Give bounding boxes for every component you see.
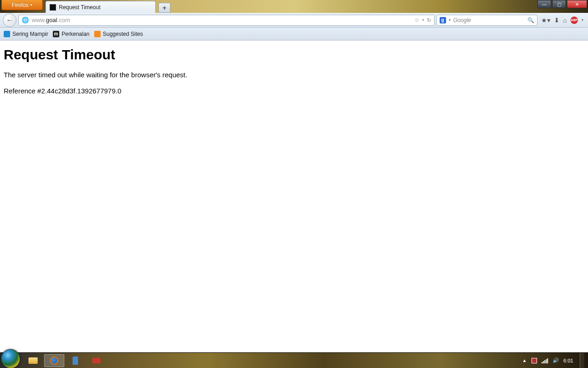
browser-tab[interactable]: Request Timeout bbox=[45, 1, 156, 13]
url-actions: ☆ ▾ ↻ bbox=[414, 17, 431, 23]
volume-icon[interactable]: 🔊 bbox=[553, 357, 559, 363]
firefox-menu-label: Firefox bbox=[12, 2, 29, 8]
close-button[interactable]: ✕ bbox=[567, 0, 587, 8]
firefox-icon bbox=[50, 356, 58, 365]
adblock-icon[interactable]: ABP bbox=[571, 17, 578, 24]
search-engine-dropdown-icon[interactable]: ▾ bbox=[449, 18, 451, 22]
window-controls: — ▢ ✕ bbox=[537, 0, 587, 8]
navigation-toolbar: ← 🌐 www.goal.com ☆ ▾ ↻ g ▾ Google 🔍 ★▾ ⬇… bbox=[0, 13, 588, 28]
reload-icon[interactable]: ↻ bbox=[427, 17, 431, 23]
tab-favicon bbox=[50, 4, 56, 11]
search-bar[interactable]: g ▾ Google 🔍 bbox=[436, 15, 537, 26]
page-content: Request Timeout The server timed out whi… bbox=[0, 40, 588, 109]
system-tray: ▲ 🔊 6:01 bbox=[519, 353, 588, 368]
bookmark-label: Suggested Sites bbox=[103, 31, 143, 37]
start-button[interactable] bbox=[1, 349, 20, 368]
bookmark-label: Perkenalan bbox=[62, 31, 90, 37]
tab-strip: Request Timeout + bbox=[45, 0, 170, 13]
toolbar-right-icons: ★▾ ⬇ ⌂ ABP ▾ bbox=[539, 17, 585, 24]
back-button[interactable]: ← bbox=[3, 13, 17, 27]
bookmark-icon bbox=[94, 31, 101, 37]
maximize-button[interactable]: ▢ bbox=[552, 0, 566, 8]
url-text: www.goal.com bbox=[32, 17, 412, 23]
home-icon[interactable]: ⌂ bbox=[563, 17, 567, 24]
windows-taskbar: ▲ 🔊 6:01 bbox=[0, 352, 588, 368]
bookmark-icon bbox=[4, 31, 10, 37]
tray-overflow-icon[interactable]: ▲ bbox=[522, 358, 527, 363]
bookmark-label: Sering Mampir bbox=[12, 31, 48, 37]
taskbar-firefox[interactable] bbox=[44, 354, 64, 367]
chevron-down-icon: ▾ bbox=[30, 3, 32, 7]
taskbar-app-red[interactable] bbox=[86, 354, 107, 367]
google-icon: g bbox=[440, 17, 446, 23]
tray-clock[interactable]: 6:01 bbox=[564, 358, 573, 363]
taskbar-items bbox=[23, 353, 107, 368]
taskbar-app-blue[interactable] bbox=[65, 354, 85, 367]
downloads-icon[interactable]: ⬇ bbox=[554, 17, 560, 24]
bookmarks-toolbar: Sering Mampir m Perkenalan Suggested Sit… bbox=[0, 28, 588, 40]
app-icon bbox=[92, 358, 101, 363]
tab-title: Request Timeout bbox=[59, 4, 101, 11]
search-placeholder: Google bbox=[453, 17, 471, 23]
bookmarks-menu-icon[interactable]: ★▾ bbox=[541, 17, 550, 24]
folder-icon bbox=[28, 357, 38, 364]
adblock-dropdown-icon[interactable]: ▾ bbox=[582, 18, 583, 22]
error-body: The server timed out while waiting for t… bbox=[4, 71, 584, 79]
power-icon[interactable] bbox=[531, 358, 537, 363]
globe-icon: 🌐 bbox=[22, 17, 29, 23]
network-signal-icon[interactable] bbox=[542, 358, 548, 363]
minimize-button[interactable]: — bbox=[537, 0, 551, 8]
bookmark-star-icon[interactable]: ☆ bbox=[414, 17, 419, 23]
bookmark-sering-mampir[interactable]: Sering Mampir bbox=[4, 31, 48, 37]
search-icon[interactable]: 🔍 bbox=[527, 17, 534, 23]
dropdown-icon[interactable]: ▾ bbox=[422, 18, 424, 22]
new-tab-button[interactable]: + bbox=[158, 3, 170, 13]
firefox-menu-button[interactable]: Firefox ▾ bbox=[1, 0, 43, 10]
bookmark-perkenalan[interactable]: m Perkenalan bbox=[53, 31, 90, 37]
bookmark-icon: m bbox=[53, 31, 59, 37]
bookmark-suggested-sites[interactable]: Suggested Sites bbox=[94, 31, 143, 37]
show-desktop-button[interactable] bbox=[580, 353, 584, 368]
taskbar-explorer[interactable] bbox=[23, 354, 43, 367]
error-reference: Reference #2.44c28d3f.1392677979.0 bbox=[4, 87, 584, 95]
window-titlebar: Firefox ▾ Request Timeout + — ▢ ✕ bbox=[0, 0, 588, 13]
app-icon bbox=[73, 356, 78, 365]
error-heading: Request Timeout bbox=[4, 47, 584, 63]
address-bar[interactable]: 🌐 www.goal.com ☆ ▾ ↻ bbox=[18, 15, 435, 26]
